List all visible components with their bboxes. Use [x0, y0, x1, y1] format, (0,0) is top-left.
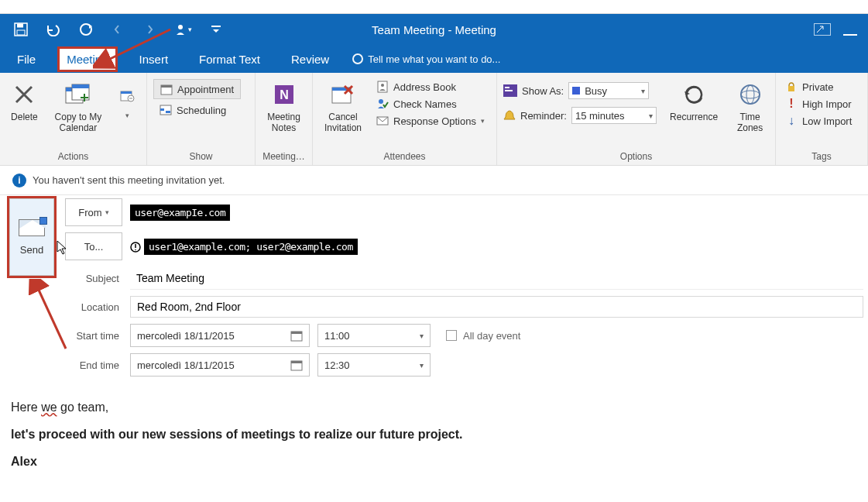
calendar-icon — [290, 359, 303, 371]
group-label-actions: Actions — [6, 150, 140, 163]
subject-input[interactable] — [130, 266, 863, 290]
to-value[interactable]: user1@example.com; user2@example.com — [144, 239, 358, 255]
all-day-checkbox[interactable]: All day event — [446, 330, 520, 342]
location-label: Location — [65, 301, 122, 313]
svg-rect-14 — [161, 85, 172, 88]
svg-point-4 — [178, 25, 183, 29]
bulb-icon — [352, 53, 363, 64]
delete-button[interactable]: Delete — [6, 76, 43, 122]
reminder-icon — [503, 109, 516, 122]
svg-rect-32 — [788, 86, 794, 91]
address-book-icon — [376, 81, 389, 93]
svg-point-29 — [741, 85, 760, 104]
showas-icon — [503, 84, 517, 97]
check-names-button[interactable]: Check Names — [373, 96, 488, 112]
send-button[interactable]: Send — [9, 198, 54, 276]
tab-review[interactable]: Review — [283, 48, 337, 70]
scheduling-button[interactable]: Scheduling — [153, 101, 241, 119]
ribbon-display-options-icon[interactable] — [814, 23, 831, 36]
forward-small-icon — [113, 81, 141, 108]
check-names-icon — [376, 98, 389, 110]
private-button[interactable]: Private — [782, 79, 855, 95]
low-importance-icon: ↓ — [785, 115, 798, 127]
svg-rect-17 — [166, 111, 170, 113]
svg-rect-2 — [17, 30, 25, 35]
minimize-icon[interactable] — [839, 23, 862, 36]
send-label: Send — [20, 244, 43, 256]
svg-rect-16 — [160, 108, 164, 111]
ribbon: Delete Copy to My Calendar ▾ Actions App… — [0, 73, 868, 166]
svg-point-31 — [746, 85, 754, 104]
recurrence-button[interactable]: Recurrence — [667, 76, 720, 122]
end-time-label: End time — [65, 359, 122, 371]
to-button[interactable]: To... — [65, 232, 122, 260]
start-date-combo[interactable]: mercoledì 18/11/2015 — [130, 324, 310, 347]
skype-presence-icon[interactable]: ▾ — [175, 21, 192, 38]
end-date-combo[interactable]: mercoledì 18/11/2015 — [130, 353, 310, 376]
appointment-button[interactable]: Appointment — [153, 79, 241, 99]
high-importance-button[interactable]: ! High Impor — [782, 96, 855, 112]
info-text: You haven't sent this meeting invitation… — [33, 174, 225, 186]
svg-point-23 — [381, 84, 384, 87]
low-importance-button[interactable]: ↓ Low Import — [782, 113, 855, 129]
svg-rect-28 — [505, 90, 513, 91]
start-time-combo[interactable]: 11:00▾ — [317, 324, 431, 347]
group-label-options: Options — [503, 150, 769, 163]
actions-forward-button[interactable]: ▾ — [114, 76, 140, 119]
tab-meeting[interactable]: Meeting — [59, 48, 115, 70]
info-icon: i — [12, 174, 26, 187]
prev-icon[interactable] — [110, 21, 127, 38]
tell-me-search[interactable]: Tell me what you want to do... — [352, 53, 500, 65]
svg-rect-5 — [211, 26, 221, 27]
message-body[interactable]: Here we go team, let's proceed with our … — [0, 383, 868, 491]
start-time-label: Start time — [65, 330, 122, 342]
scheduling-icon — [160, 104, 172, 116]
copy-to-calendar-button[interactable]: Copy to My Calendar — [49, 76, 108, 133]
high-importance-icon: ! — [785, 98, 798, 110]
svg-rect-27 — [505, 87, 509, 88]
group-label-tags: Tags — [782, 150, 861, 163]
info-bar: i You haven't sent this meeting invitati… — [0, 166, 868, 195]
globe-icon — [736, 81, 764, 108]
tell-me-placeholder: Tell me what you want to do... — [368, 53, 500, 65]
svg-rect-11 — [121, 91, 132, 94]
showas-label: Show As: — [522, 85, 564, 97]
group-label-attendees: Attendees — [319, 150, 490, 163]
window-title: Team Meeting - Meeting — [372, 23, 496, 36]
save-icon[interactable] — [12, 21, 29, 38]
calendar-icon — [290, 329, 303, 342]
location-input[interactable] — [130, 296, 863, 318]
tab-file[interactable]: File — [9, 48, 43, 70]
end-time-combo[interactable]: 12:30▾ — [317, 353, 431, 376]
group-label-meeting: Meeting… — [262, 150, 306, 163]
appointment-icon — [160, 83, 173, 95]
onenote-icon: N — [270, 81, 298, 108]
reminder-label: Reminder: — [520, 110, 567, 122]
tab-insert[interactable]: Insert — [132, 48, 177, 70]
qat-customize-icon[interactable] — [208, 21, 225, 38]
next-icon[interactable] — [142, 21, 160, 38]
showas-combo[interactable]: Busy ▾ — [568, 82, 649, 99]
subject-label: Subject — [65, 273, 122, 284]
cancel-invitation-icon — [329, 81, 357, 108]
send-envelope-icon — [19, 219, 45, 236]
svg-rect-35 — [291, 332, 302, 334]
from-value: user@exampIe.com — [130, 205, 230, 221]
delete-icon — [10, 81, 38, 108]
undo-icon[interactable] — [45, 21, 62, 38]
redo-icon[interactable] — [77, 21, 94, 38]
ribbon-tabs: File Meeting Insert Format Text Review T… — [0, 45, 868, 73]
address-book-button[interactable]: Address Book — [373, 79, 488, 95]
to-required-icon — [130, 242, 141, 253]
from-button[interactable]: From▾ — [65, 198, 122, 226]
response-options-button[interactable]: Response Options ▾ — [373, 113, 488, 129]
copy-calendar-icon — [64, 81, 92, 108]
time-zones-button[interactable]: Time Zones — [731, 76, 769, 133]
meeting-notes-button[interactable]: N Meeting Notes — [262, 76, 306, 133]
cancel-invitation-button[interactable]: Cancel Invitation — [319, 76, 367, 133]
svg-rect-37 — [291, 361, 302, 363]
tab-format-text[interactable]: Format Text — [191, 48, 268, 70]
lock-icon — [785, 81, 798, 93]
reminder-combo[interactable]: 15 minutes ▾ — [571, 107, 657, 124]
title-bar: ▾ Team Meeting - Meeting — [0, 14, 868, 45]
